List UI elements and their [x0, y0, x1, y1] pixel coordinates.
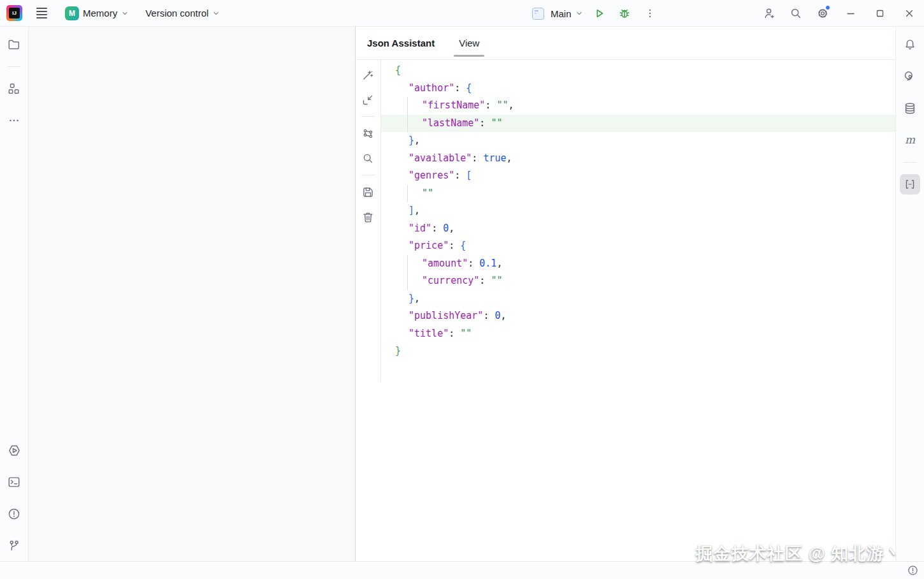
indent-guide: [407, 185, 408, 203]
code-line[interactable]: "price": {: [381, 237, 895, 255]
status-bar: [0, 561, 924, 579]
maximize-icon: [874, 8, 886, 19]
status-error-indicator[interactable]: [907, 564, 919, 576]
run-widget: Main: [532, 0, 660, 27]
indent-guide: [407, 255, 408, 273]
code-line[interactable]: ],: [381, 202, 895, 220]
code-line[interactable]: {: [381, 62, 895, 80]
code-line[interactable]: "lastName": "": [381, 115, 895, 133]
project-name: Memory: [83, 8, 117, 18]
save-button[interactable]: [360, 184, 377, 200]
indent-guide: [407, 115, 408, 133]
svg-text:m: m: [905, 133, 916, 146]
code-line[interactable]: "available": true,: [381, 150, 895, 168]
sidebar-item-database[interactable]: [900, 98, 920, 119]
panel-header: Json Assistant View: [356, 27, 895, 60]
problems-icon: [7, 507, 21, 521]
project-widget[interactable]: M Memory: [61, 4, 133, 23]
save-icon: [361, 186, 375, 199]
window-minimize-button[interactable]: [836, 0, 865, 27]
titlebar: IJ M Memory Version control Main: [0, 0, 924, 27]
json-assistant-panel: Json Assistant View: [356, 27, 895, 561]
stripe-separator: [8, 66, 20, 67]
vcs-widget[interactable]: Version control: [141, 5, 224, 21]
services-icon: [7, 443, 22, 458]
bell-icon: [903, 38, 917, 52]
close-icon: [904, 8, 915, 19]
indent-guide: [407, 97, 408, 115]
sidebar-item-problems[interactable]: [4, 504, 24, 524]
ide-window: IJ M Memory Version control Main: [0, 0, 924, 579]
code-line[interactable]: "firstName": "",: [381, 97, 895, 115]
code-line[interactable]: "author": {: [381, 80, 895, 98]
tab-view[interactable]: View: [458, 29, 480, 57]
run-config-icon: [532, 8, 544, 20]
format-button[interactable]: [360, 66, 377, 83]
tab-selected-indicator: [454, 55, 484, 57]
vcs-label: Version control: [145, 8, 208, 18]
json-editor[interactable]: {"author": {"firstName": "","lastName": …: [381, 60, 895, 561]
toolbar-separator: [361, 175, 375, 175]
more-actions-button[interactable]: [640, 4, 660, 23]
code-line[interactable]: },: [381, 290, 895, 308]
sidebar-item-structure[interactable]: [4, 78, 24, 99]
sidebar-item-json-assistant[interactable]: [900, 174, 920, 194]
database-icon: [903, 101, 917, 115]
sidebar-item-maven[interactable]: m: [900, 130, 920, 150]
code-with-me-button[interactable]: [756, 0, 783, 27]
search-everywhere-button[interactable]: [783, 0, 809, 27]
stripe-separator: [904, 162, 916, 163]
structure-graph-icon: [361, 127, 375, 140]
debug-button[interactable]: [615, 4, 634, 23]
sidebar-item-project[interactable]: [4, 34, 24, 55]
ellipsis-icon: [7, 114, 21, 128]
structure-view-button[interactable]: [360, 125, 377, 142]
main-menu-button[interactable]: [31, 4, 52, 22]
empty-editor-area: [29, 27, 356, 561]
sidebar-item-terminal[interactable]: [4, 472, 24, 492]
code-line[interactable]: },: [381, 132, 895, 150]
search-icon: [789, 6, 803, 20]
chevron-down-icon: [212, 10, 220, 17]
kebab-menu-icon: [644, 7, 656, 20]
delete-button[interactable]: [360, 209, 377, 225]
terminal-icon: [7, 475, 21, 489]
sidebar-item-ai-assistant[interactable]: [900, 66, 920, 87]
toolbar-separator: [361, 116, 375, 117]
code-line[interactable]: "genres": [: [381, 167, 895, 185]
run-button[interactable]: [589, 4, 609, 23]
chevron-down-icon: [121, 10, 129, 17]
window-maximize-button[interactable]: [865, 0, 895, 27]
left-toolwindow-stripe: [0, 27, 29, 561]
settings-notification-badge: [825, 5, 830, 10]
code-line[interactable]: "publishYear": 0,: [381, 307, 895, 325]
folder-icon: [7, 38, 21, 52]
code-line[interactable]: "id": 0,: [381, 220, 895, 238]
window-close-button[interactable]: [895, 0, 924, 27]
sidebar-item-version-control[interactable]: [4, 536, 24, 556]
code-line[interactable]: }: [381, 342, 895, 360]
json-brackets-icon: [903, 177, 917, 191]
sidebar-item-more-tools[interactable]: [4, 110, 24, 131]
structure-icon: [7, 82, 21, 96]
right-toolwindow-stripe: m: [895, 27, 924, 561]
code-line[interactable]: "amount": 0.1,: [381, 255, 895, 273]
sidebar-item-services[interactable]: [4, 440, 24, 460]
search-icon: [361, 152, 375, 165]
exclamation-circle-icon: [907, 564, 919, 576]
magic-wand-icon: [361, 68, 375, 82]
settings-button[interactable]: [809, 0, 836, 27]
code-line[interactable]: "": [381, 185, 895, 203]
code-line[interactable]: "currency": "": [381, 272, 895, 290]
indent-guide: [407, 272, 408, 290]
chevron-down-icon: [575, 10, 583, 17]
code-line[interactable]: "title": "": [381, 325, 895, 343]
run-config-selector[interactable]: Main: [551, 6, 583, 22]
minimize-icon: [845, 8, 856, 19]
project-badge: M: [65, 6, 79, 20]
panel-title: Json Assistant: [367, 38, 435, 48]
sidebar-item-notifications[interactable]: [900, 34, 920, 55]
collapse-button[interactable]: [360, 91, 377, 108]
search-button[interactable]: [360, 150, 377, 166]
intellij-logo-icon: IJ: [6, 5, 22, 21]
